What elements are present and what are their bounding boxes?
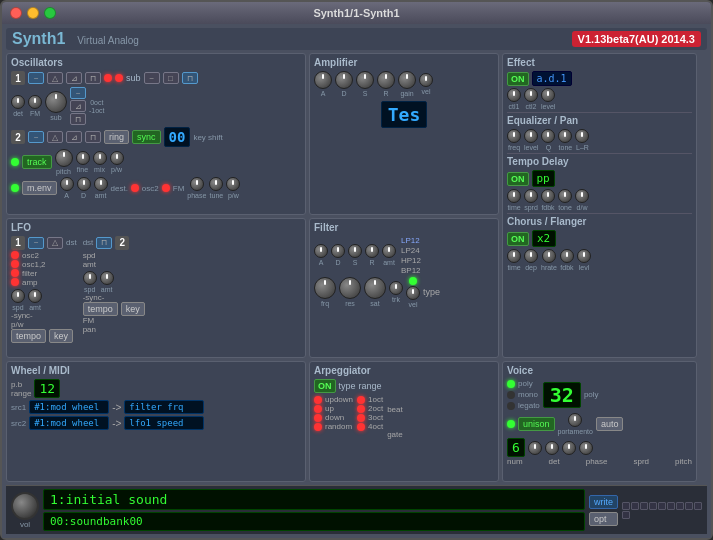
write-btn[interactable]: write bbox=[589, 495, 618, 509]
preset-sq-6[interactable] bbox=[667, 502, 675, 510]
arp-updown-led[interactable] bbox=[314, 396, 322, 404]
eq-tone-knob[interactable] bbox=[558, 129, 572, 143]
amp-d-knob[interactable] bbox=[335, 71, 353, 89]
filt-s-knob[interactable] bbox=[348, 244, 362, 258]
menv-amt-knob[interactable] bbox=[94, 177, 108, 191]
arp-random-led[interactable] bbox=[314, 423, 322, 431]
lfo1-wave-tri[interactable]: △ bbox=[47, 237, 63, 249]
amp-gain-knob[interactable] bbox=[398, 71, 416, 89]
dest-led1[interactable] bbox=[131, 184, 139, 192]
osc2-wave-square[interactable]: ⊓ bbox=[85, 131, 101, 143]
osc2-wave-sine[interactable]: ~ bbox=[28, 131, 44, 143]
oct-0[interactable]: ~ bbox=[70, 87, 86, 99]
filt-r-knob[interactable] bbox=[365, 244, 379, 258]
lfo1-amp-led[interactable] bbox=[11, 278, 19, 286]
preset-sq-8[interactable] bbox=[685, 502, 693, 510]
filt-res-knob[interactable] bbox=[339, 277, 361, 299]
menv-led[interactable] bbox=[11, 184, 19, 192]
td-sprd-knob[interactable] bbox=[524, 189, 538, 203]
eq-level-knob[interactable] bbox=[524, 129, 538, 143]
lfo1-filter-led[interactable] bbox=[11, 269, 19, 277]
ch-fdbk-knob[interactable] bbox=[560, 249, 574, 263]
tune-knob[interactable] bbox=[209, 177, 223, 191]
preset-sq-4[interactable] bbox=[649, 502, 657, 510]
effect-level-knob[interactable] bbox=[541, 88, 555, 102]
filt-sat-knob[interactable] bbox=[364, 277, 386, 299]
ch-time-knob[interactable] bbox=[507, 249, 521, 263]
ch-depth-knob[interactable] bbox=[524, 249, 538, 263]
lfo2-spd-knob[interactable] bbox=[83, 271, 97, 285]
ch-level-knob[interactable] bbox=[577, 249, 591, 263]
dest-led2[interactable] bbox=[162, 184, 170, 192]
osc1-wave-tri[interactable]: △ bbox=[47, 72, 63, 84]
arp-4oct-led[interactable] bbox=[357, 423, 365, 431]
preset-sq-5[interactable] bbox=[658, 502, 666, 510]
ch-rate-knob[interactable] bbox=[542, 249, 556, 263]
minimize-button[interactable] bbox=[27, 7, 39, 19]
preset-sq-9[interactable] bbox=[694, 502, 702, 510]
sub-wave1[interactable]: ~ bbox=[144, 72, 160, 84]
phase-knob[interactable] bbox=[190, 177, 204, 191]
lfo2-amt-knob[interactable] bbox=[100, 271, 114, 285]
sync-btn[interactable]: sync bbox=[132, 130, 161, 144]
mix-knob[interactable] bbox=[93, 151, 107, 165]
auto-btn[interactable]: auto bbox=[596, 417, 624, 431]
vol-knob[interactable] bbox=[11, 492, 39, 520]
filt-vel-knob[interactable] bbox=[406, 286, 420, 300]
arp-1oct-led[interactable] bbox=[357, 396, 365, 404]
det-knob[interactable] bbox=[11, 95, 25, 109]
preset-sq-2[interactable] bbox=[631, 502, 639, 510]
preset-sq-10[interactable] bbox=[622, 511, 630, 519]
oct-sq[interactable]: ⊓ bbox=[70, 113, 86, 125]
portamento-knob[interactable] bbox=[568, 413, 582, 427]
fm-knob[interactable] bbox=[28, 95, 42, 109]
voice-det-knob[interactable] bbox=[528, 441, 542, 455]
osc2-wave-tri[interactable]: △ bbox=[47, 131, 63, 143]
lfo1-amt-knob[interactable] bbox=[28, 289, 42, 303]
effect-on-btn[interactable]: ON bbox=[507, 72, 529, 86]
close-button[interactable] bbox=[10, 7, 22, 19]
arp-2oct-led[interactable] bbox=[357, 405, 365, 413]
lfo2-key-btn[interactable]: key bbox=[121, 302, 145, 316]
arp-up-led[interactable] bbox=[314, 405, 322, 413]
lfo1-osc12-led[interactable] bbox=[11, 260, 19, 268]
legato-led[interactable] bbox=[507, 402, 515, 410]
sub-wave3[interactable]: ⊓ bbox=[182, 72, 198, 84]
lfo1-spd-knob[interactable] bbox=[11, 289, 25, 303]
osc1-wave-square[interactable]: ⊓ bbox=[85, 72, 101, 84]
td-tone-knob[interactable] bbox=[558, 189, 572, 203]
preset-sq-7[interactable] bbox=[676, 502, 684, 510]
track-btn[interactable]: track bbox=[22, 155, 52, 169]
eq-q-knob[interactable] bbox=[541, 129, 555, 143]
sub-knob[interactable] bbox=[45, 91, 67, 113]
lfo1-tempo-btn[interactable]: tempo bbox=[11, 329, 46, 343]
amp-vel-knob[interactable] bbox=[419, 73, 433, 87]
voice-phase-knob[interactable] bbox=[545, 441, 559, 455]
lfo1-osc2-led[interactable] bbox=[11, 251, 19, 259]
track-led[interactable] bbox=[11, 158, 19, 166]
arp-on-btn[interactable]: ON bbox=[314, 379, 336, 393]
td-dw-knob[interactable] bbox=[575, 189, 589, 203]
eq-lr-knob[interactable] bbox=[575, 129, 589, 143]
fine-knob[interactable] bbox=[76, 151, 90, 165]
td-fdbk-knob[interactable] bbox=[541, 189, 555, 203]
chorus-on-btn[interactable]: ON bbox=[507, 232, 529, 246]
tempo-on-btn[interactable]: ON bbox=[507, 172, 529, 186]
osc1-wave-saw[interactable]: ⊿ bbox=[66, 72, 82, 84]
amp-s-knob[interactable] bbox=[356, 71, 374, 89]
filt-vel-led[interactable] bbox=[409, 277, 417, 285]
menv-d-knob[interactable] bbox=[77, 177, 91, 191]
filt-trk-knob[interactable] bbox=[389, 281, 403, 295]
voice-pitch-knob[interactable] bbox=[579, 441, 593, 455]
amp-a-knob[interactable] bbox=[314, 71, 332, 89]
effect-ctl1-knob[interactable] bbox=[507, 88, 521, 102]
menv-btn[interactable]: m.env bbox=[22, 181, 57, 195]
lfo2-tempo-btn[interactable]: tempo bbox=[83, 302, 118, 316]
opt-btn[interactable]: opt bbox=[589, 512, 618, 526]
filt-frq-knob[interactable] bbox=[314, 277, 336, 299]
filt-a-knob[interactable] bbox=[314, 244, 328, 258]
preset-sq-3[interactable] bbox=[640, 502, 648, 510]
unison-btn[interactable]: unison bbox=[518, 417, 555, 431]
sub-wave2[interactable]: □ bbox=[163, 72, 179, 84]
mono-led[interactable] bbox=[507, 391, 515, 399]
